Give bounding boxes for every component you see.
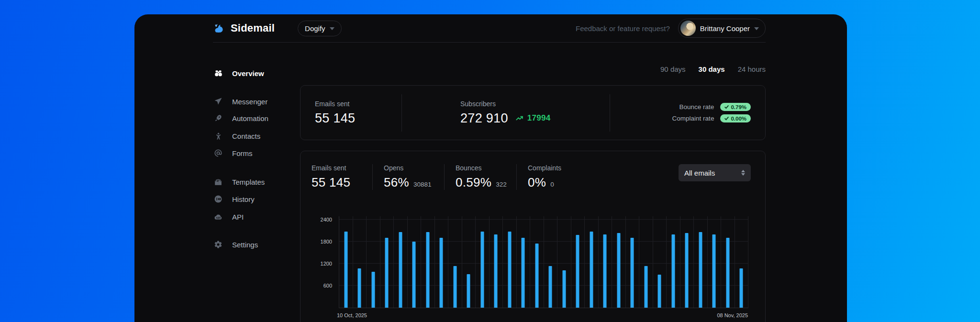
email-filter-select[interactable]: All emails <box>679 164 751 181</box>
chart-bar[interactable] <box>685 233 689 308</box>
sidebar-item-overview[interactable]: Overview <box>213 68 264 78</box>
chart-bar[interactable] <box>399 232 402 308</box>
chart-column <box>435 216 449 308</box>
sidebar-item-api[interactable]: API <box>213 211 244 222</box>
chart-bar[interactable] <box>617 233 620 308</box>
chart-column <box>408 216 422 308</box>
chart-column <box>653 216 667 308</box>
chart-column <box>367 216 380 308</box>
time-range-24-hours[interactable]: 24 hours <box>738 65 766 73</box>
header-right: Feedback or feature request? Brittany Co… <box>576 19 766 38</box>
chart-column <box>421 216 435 308</box>
chart-column <box>394 216 408 308</box>
user-menu[interactable]: Brittany Cooper <box>678 19 766 38</box>
stat-label: Emails sent <box>312 164 372 172</box>
bounce-rate-row: Bounce rate 0.79% <box>672 103 751 111</box>
seal-logo-icon <box>213 22 225 34</box>
time-range-selector: 90 days 30 days 24 hours <box>660 65 766 73</box>
y-axis-tick: 1200 <box>301 261 332 266</box>
user-name: Brittany Cooper <box>700 24 750 33</box>
chart-column <box>585 216 599 308</box>
time-range-90-days[interactable]: 90 days <box>660 65 686 73</box>
stat-label: Opens <box>384 164 444 172</box>
sidebar-item-messenger[interactable]: Messenger <box>213 96 267 107</box>
person-icon <box>213 132 223 140</box>
stat-value: 55 145 <box>315 111 401 126</box>
sidebar-item-templates[interactable]: Templates <box>213 177 265 187</box>
stat-value: 56% <box>384 175 409 190</box>
sidebar-item-contacts[interactable]: Contacts <box>213 131 260 141</box>
chart-bar[interactable] <box>699 232 702 308</box>
rate-label: Bounce rate <box>679 103 714 111</box>
x-axis-end-label: 08 Nov, 2025 <box>717 312 748 318</box>
stat-label: Subscribers <box>460 100 610 108</box>
chart-column <box>503 216 517 308</box>
chart-bar[interactable] <box>480 232 484 308</box>
sidebar-item-label: Overview <box>232 69 264 78</box>
sidebar-item-forms[interactable]: Forms <box>213 148 253 158</box>
chart-column <box>544 216 558 308</box>
chart-bar[interactable] <box>385 238 389 308</box>
workspace-selector[interactable]: Dogify <box>298 21 342 36</box>
app-window: Sidemail Dogify Feedback or feature requ… <box>134 14 847 322</box>
chart-bar[interactable] <box>631 238 634 308</box>
chart-bar[interactable] <box>549 266 552 308</box>
chart-bar[interactable] <box>658 275 661 308</box>
chart-column <box>694 216 708 308</box>
brand-name: Sidemail <box>231 22 275 34</box>
subscribers-delta: 17994 <box>527 113 551 123</box>
chart-bar[interactable] <box>522 238 525 308</box>
chevron-down-icon <box>754 27 759 30</box>
time-range-30-days[interactable]: 30 days <box>699 65 725 73</box>
y-axis-tick: 2400 <box>301 217 332 222</box>
chart-bar[interactable] <box>371 272 375 308</box>
chart-column <box>667 216 680 308</box>
status-badge: 0.00% <box>720 114 751 122</box>
x-axis-start-label: 10 Oct, 2025 <box>337 312 367 318</box>
chart-column <box>571 216 585 308</box>
chart-column <box>557 216 571 308</box>
chart-bar[interactable] <box>426 232 429 308</box>
sidebar-item-label: Settings <box>232 241 258 249</box>
stat-secondary: 30881 <box>413 181 432 188</box>
chevron-down-icon <box>330 27 334 30</box>
check-icon <box>724 105 729 109</box>
divider <box>610 94 610 132</box>
chart-bar[interactable] <box>453 266 457 308</box>
stat-emails-sent: Emails sent 55 145 <box>312 164 372 190</box>
chart-bar[interactable] <box>494 234 498 308</box>
chart-bar[interactable] <box>535 244 538 308</box>
feedback-link[interactable]: Feedback or feature request? <box>576 24 670 33</box>
sidebar-item-settings[interactable]: Settings <box>213 239 258 250</box>
stat-value: 55 145 <box>312 175 350 190</box>
rewind-icon <box>213 195 223 203</box>
sidebar-item-automation[interactable]: Automation <box>213 113 268 123</box>
chart-column <box>490 216 503 308</box>
chart-column <box>448 216 462 308</box>
chart-bar[interactable] <box>412 242 416 308</box>
x-axis-labels: 10 Oct, 2025 08 Nov, 2025 <box>337 312 748 318</box>
chart-bar[interactable] <box>562 270 566 308</box>
chart-bar[interactable] <box>603 234 607 308</box>
chart-bar[interactable] <box>713 234 716 308</box>
chart-bar[interactable] <box>440 238 443 308</box>
brand[interactable]: Sidemail <box>213 22 275 34</box>
chart-bar[interactable] <box>576 235 579 308</box>
avatar <box>680 21 696 36</box>
chart-bar[interactable] <box>358 268 361 308</box>
chart-column <box>721 216 735 308</box>
chart-bar[interactable] <box>644 266 647 308</box>
chart-bar[interactable] <box>467 274 470 308</box>
chart-column <box>380 216 394 308</box>
chart-bar[interactable] <box>671 234 675 308</box>
chart-bar[interactable] <box>508 232 511 308</box>
chart-bar[interactable] <box>726 238 729 308</box>
desktop-background: { "header": { "brand": "Sidemail", "work… <box>0 0 980 322</box>
emails-sent-stat: Emails sent 55 145 <box>315 100 401 126</box>
chart-bar[interactable] <box>344 232 347 308</box>
chart-bar[interactable] <box>740 268 743 308</box>
chart-bar[interactable] <box>590 232 593 308</box>
sidebar-item-history[interactable]: History <box>213 194 255 204</box>
stat-value: 0.59% <box>456 175 491 190</box>
up-down-chevrons-icon <box>741 170 745 176</box>
